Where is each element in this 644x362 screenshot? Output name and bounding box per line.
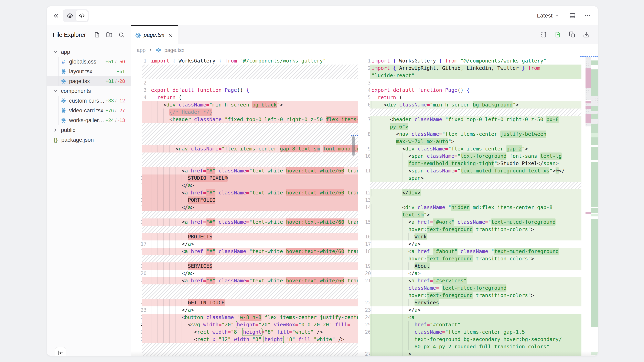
sidebar-file-package.json[interactable]: {}package.json bbox=[47, 135, 131, 145]
sidebar-file-layout.tsx[interactable]: layout.tsx+51 bbox=[47, 66, 131, 76]
code-line[interactable]: font-semibold tracking-tight">Studio Pix… bbox=[365, 160, 582, 167]
code-line[interactable]: 5 <div className="min-h-screen bg-black"… bbox=[131, 101, 358, 108]
code-line[interactable]: 13 bbox=[365, 196, 582, 204]
code-line[interactable]: 20 </a> bbox=[131, 270, 358, 277]
code-line[interactable]: 7 <header className="fixed top-0 left-0 … bbox=[131, 116, 358, 123]
code-line[interactable]: "lucide-react" bbox=[365, 72, 582, 79]
code-line[interactable]: 6 <div className="min-h-screen bg-backgr… bbox=[365, 101, 582, 108]
code-line[interactable]: 9 <a href="#" className="text-white hove… bbox=[131, 167, 358, 174]
code-line[interactable]: 12 </div> bbox=[365, 189, 582, 196]
file-diff-button[interactable] bbox=[554, 31, 561, 38]
code-line[interactable]: 25 href="#contact" bbox=[365, 321, 582, 329]
code-line[interactable]: className="text-muted-foreground bbox=[365, 284, 582, 292]
version-dropdown[interactable]: Latest bbox=[536, 12, 561, 19]
code-toggle-button[interactable] bbox=[76, 10, 88, 21]
line-number: 4 bbox=[131, 94, 146, 101]
download-button[interactable] bbox=[583, 31, 590, 38]
code-line[interactable]: 23 </a> bbox=[131, 307, 358, 314]
code-line[interactable]: 80 px-4 py-2 rounded-full transition-col… bbox=[365, 343, 582, 351]
preview-toggle-button[interactable] bbox=[64, 10, 76, 21]
close-tab-button[interactable] bbox=[168, 32, 173, 38]
code-line[interactable]: 4 return ( bbox=[131, 94, 358, 101]
panel-bottom-button[interactable] bbox=[569, 12, 576, 19]
code-line[interactable]: hover:text-foreground transition-colors"… bbox=[365, 226, 582, 233]
code-line[interactable]: 21 <a href="#" className="text-white hov… bbox=[131, 277, 358, 284]
code-line[interactable]: 17 </a> bbox=[131, 240, 358, 248]
code-line[interactable]: 16 PROJECTS bbox=[131, 233, 358, 240]
code-line[interactable]: 5 return ( bbox=[365, 94, 582, 101]
sidebar-folder-components[interactable]: components bbox=[47, 86, 131, 96]
code-line[interactable]: 3 bbox=[365, 79, 582, 86]
code-line[interactable]: 2import { ArrowUpRight, Github, Linkedin… bbox=[365, 64, 582, 72]
code-line[interactable]: 14 </a> bbox=[131, 204, 358, 211]
copy-code-button[interactable] bbox=[569, 31, 575, 38]
code-line[interactable]: 11 </a> bbox=[131, 182, 358, 189]
sidebar-folder-public[interactable]: public bbox=[47, 125, 131, 135]
code-line[interactable]: hover:text-foreground transition-colors"… bbox=[365, 292, 582, 299]
code-line[interactable]: 15 <a href="#work" className="text-muted… bbox=[365, 218, 582, 226]
code-line[interactable]: 24 <a bbox=[365, 314, 582, 321]
breadcrumb-folder[interactable]: app bbox=[137, 47, 146, 53]
code-line[interactable]: 8 <nav className="flex items-center just… bbox=[365, 130, 582, 138]
code-line[interactable]: 9 <div className="flex items-center gap-… bbox=[365, 145, 582, 152]
code-line[interactable]: 14 <div className="hidden md:flex items-… bbox=[365, 204, 582, 211]
code-line[interactable]: 1import { WorksGallery } from "@/compone… bbox=[365, 57, 582, 64]
code-line[interactable]: 26 className="flex items-center gap-1.5 bbox=[365, 329, 582, 336]
code-line[interactable]: 2 bbox=[131, 79, 358, 86]
code-line[interactable]: 4export default function Page() { bbox=[365, 86, 582, 94]
code-line[interactable]: 12 <a href="#" className="text-white hov… bbox=[131, 189, 358, 196]
code-line[interactable]: 15 <a href="#" className="text-white hov… bbox=[131, 218, 358, 226]
code-line[interactable]: 21 <a href="#services" bbox=[365, 277, 582, 284]
more-options-button[interactable] bbox=[584, 12, 591, 19]
code-line[interactable]: 25 <svg width="20" height="20" viewBox="… bbox=[131, 321, 358, 329]
code-line[interactable]: 7 <header className="fixed top-0 left-0 … bbox=[365, 116, 582, 123]
code-line[interactable]: 13 PORTFOLIO bbox=[131, 196, 358, 204]
code-line[interactable]: max-w-7xl mx-auto"> bbox=[365, 138, 582, 145]
braces-icon: {} bbox=[53, 137, 58, 143]
code-line[interactable]: 3export default function Page() { bbox=[131, 86, 358, 94]
sidebar-file-works-galler-[interactable]: works-galler…+24 / -13 bbox=[47, 115, 131, 125]
code-line[interactable]: 18 <a href="#about" className="text-mute… bbox=[365, 248, 582, 255]
code-line[interactable]: 1import { WorksGallery } from "@/compone… bbox=[131, 57, 358, 64]
code-line[interactable]: 22 Services bbox=[365, 299, 582, 307]
tab-page-tsx[interactable]: page.tsx bbox=[131, 25, 178, 44]
code-line[interactable]: 10 STUDIO PIXEL® bbox=[131, 174, 358, 182]
chevrons-left-icon bbox=[52, 12, 59, 19]
code-line[interactable]: 24 <button className="w-8 h-8 flex items… bbox=[131, 314, 358, 321]
new-file-button[interactable] bbox=[94, 32, 100, 38]
sidebar-file-video-card.tsx[interactable]: video-card.tsx+76 / -27 bbox=[47, 106, 131, 115]
sidebar-folder-app[interactable]: app bbox=[47, 47, 131, 57]
collapse-left-button[interactable] bbox=[52, 12, 59, 19]
diff-count-badge: +51 / -50 bbox=[106, 59, 125, 64]
split-view-button[interactable] bbox=[540, 31, 547, 38]
code-line[interactable]: hover:text-foreground transition-colors"… bbox=[365, 255, 582, 262]
code-line[interactable]: py-6"> bbox=[365, 123, 582, 130]
code-line[interactable]: 19 SERVICES bbox=[131, 262, 358, 270]
search-files-button[interactable] bbox=[118, 32, 124, 38]
code-line[interactable]: 26 <rect width="8" height="8" fill="whit… bbox=[131, 329, 358, 336]
code-line[interactable]: text-foreground bg-secondary hover:bg-se… bbox=[365, 336, 582, 343]
code-line[interactable]: 17 </a> bbox=[365, 240, 582, 248]
breadcrumb-file[interactable]: page.tsx bbox=[164, 47, 184, 53]
code-line[interactable]: 19 About bbox=[365, 262, 582, 270]
sidebar-file-custom-curs-[interactable]: custom-curs…+33 / -12 bbox=[47, 96, 131, 106]
left-pane-scrollbar-thumb[interactable] bbox=[352, 136, 354, 156]
new-folder-button[interactable] bbox=[106, 32, 112, 38]
code-line[interactable]: text-sm"> bbox=[365, 211, 582, 218]
code-line[interactable]: 10 <span className="text-foreground font… bbox=[365, 152, 582, 160]
code-line[interactable]: 11 <span className="text-muted-foregroun… bbox=[365, 167, 582, 174]
code-line[interactable]: 20 </a> bbox=[365, 270, 582, 277]
eye-icon bbox=[67, 12, 73, 19]
code-line[interactable]: 6 {/* Header */} bbox=[131, 108, 358, 116]
code-line[interactable]: 18 <a href="#" className="text-white hov… bbox=[131, 248, 358, 255]
sidebar-file-page.tsx[interactable]: page.tsx+81 / -28 bbox=[47, 76, 131, 86]
collapse-sidebar-button[interactable] bbox=[55, 347, 66, 356]
sidebar-file-globals.css[interactable]: #globals.css+51 / -50 bbox=[47, 57, 131, 66]
code-line[interactable]: 8 <nav className="flex items-center gap-… bbox=[131, 145, 358, 152]
code-line[interactable]: 27 <rect x="12" width="8" height="8" fil… bbox=[131, 336, 358, 343]
code-line[interactable]: 22 GET IN TOUCH bbox=[131, 299, 358, 307]
code-line[interactable]: span> bbox=[365, 174, 582, 182]
code-line[interactable]: 16 Work bbox=[365, 233, 582, 240]
line-number: 1 bbox=[365, 57, 371, 64]
code-line[interactable]: 23 </a> bbox=[365, 307, 582, 314]
